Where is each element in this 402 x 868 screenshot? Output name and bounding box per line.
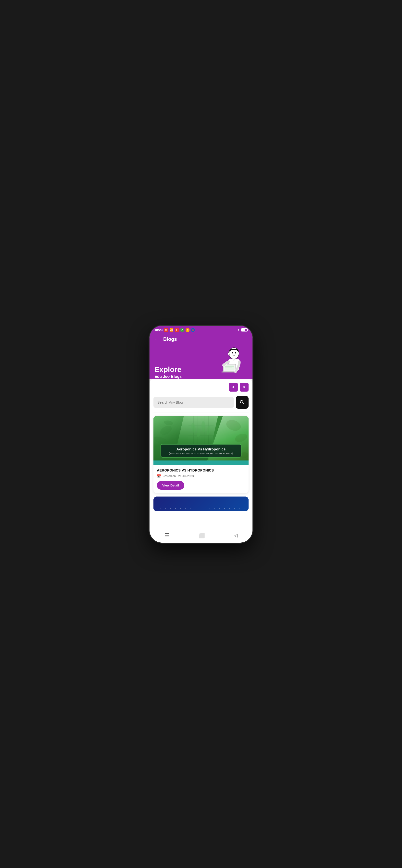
explore-heading: Explore — [154, 365, 182, 373]
calendar-icon: 📅 — [157, 474, 161, 478]
blog-overlay-text: Aeroponics Vs Hydroponics (FUTURE-ORIENT… — [160, 444, 242, 458]
svg-point-30 — [191, 423, 196, 433]
main-content: < > — [150, 379, 252, 529]
notification-icon: ✕ — [164, 328, 168, 332]
bluetooth-icon: ✦ — [237, 328, 240, 332]
blog-card-1: Aeroponics Vs Hydroponics (FUTURE-ORIENT… — [153, 416, 249, 493]
phone-screen: 18:23 ✕ 📶 ▶ ✓ ★ G ✦ ← Blogs — [150, 326, 252, 542]
blog-card-2-preview[interactable] — [153, 497, 249, 511]
back-button[interactable]: ← — [154, 336, 160, 342]
nav-back-icon[interactable]: ◁ — [234, 533, 238, 538]
wifi-icon: 📶 — [169, 328, 173, 332]
blog-title: AEROPONICS VS HYDROPONICS — [157, 468, 245, 472]
search-icon — [239, 399, 245, 405]
prev-page-button[interactable]: < — [229, 383, 238, 392]
header-title: Blogs — [163, 336, 177, 342]
view-detail-button[interactable]: View Detail — [157, 481, 184, 490]
blog-date-row: 📅 Posted on : 21-Jul-2023 — [157, 474, 245, 478]
svg-point-1 — [231, 352, 233, 353]
nav-home-icon[interactable]: ⬜ — [199, 533, 205, 538]
svg-point-33 — [206, 425, 211, 435]
svg-point-18 — [225, 418, 242, 433]
svg-point-31 — [196, 428, 200, 437]
svg-point-32 — [201, 421, 206, 432]
blog-date: Posted on : 21-Jul-2023 — [162, 474, 194, 478]
stars-background — [153, 497, 249, 511]
blog-info: AEROPONICS VS HYDROPONICS 📅 Posted on : … — [153, 465, 249, 493]
svg-point-4 — [228, 352, 230, 355]
search-row — [153, 396, 249, 412]
blog-overlay-subtitle: (FUTURE-ORIENTED METHODS OF GROWING PLAN… — [165, 452, 237, 455]
svg-point-19 — [234, 432, 248, 443]
explore-text: Explore Edu Jeo Blogs — [154, 365, 182, 379]
pagination-row: < > — [153, 383, 249, 392]
app-icon-1: ✓ — [180, 328, 184, 332]
svg-point-13 — [159, 424, 173, 437]
phone-frame: 18:23 ✕ 📶 ▶ ✓ ★ G ✦ ← Blogs — [150, 326, 252, 542]
app-header: ← Blogs Explore Edu Jeo Blogs — [150, 334, 252, 379]
next-page-button[interactable]: > — [240, 383, 249, 392]
status-bar: 18:23 ✕ 📶 ▶ ✓ ★ G ✦ — [150, 326, 252, 334]
search-input[interactable] — [153, 397, 234, 408]
bottom-nav: ☰ ⬜ ◁ — [150, 529, 252, 542]
svg-point-3 — [234, 354, 234, 354]
battery-fill — [242, 329, 245, 331]
person-illustration — [216, 347, 248, 379]
header-top: ← Blogs — [154, 336, 248, 342]
svg-rect-8 — [224, 365, 234, 370]
youtube-icon: ▶ — [175, 328, 179, 332]
app-icon-3: G — [191, 328, 195, 332]
svg-point-2 — [235, 352, 236, 353]
search-button[interactable] — [236, 396, 249, 409]
blog-overlay-title: Aeroponics Vs Hydroponics — [165, 447, 237, 452]
battery-icon — [241, 328, 248, 332]
plants-collage: Aeroponics Vs Hydroponics (FUTURE-ORIENT… — [153, 416, 249, 465]
app-icon-2: ★ — [186, 328, 189, 332]
svg-point-17 — [164, 420, 173, 426]
header-illustration — [216, 347, 248, 379]
plant-texture — [153, 416, 249, 465]
teal-bar — [153, 461, 249, 465]
status-time: 18:23 — [154, 328, 162, 332]
explore-subheading: Edu Jeo Blogs — [154, 374, 182, 379]
header-content: Explore Edu Jeo Blogs — [154, 347, 248, 379]
blog-image-container: Aeroponics Vs Hydroponics (FUTURE-ORIENT… — [153, 416, 249, 465]
nav-menu-icon[interactable]: ☰ — [164, 532, 169, 539]
